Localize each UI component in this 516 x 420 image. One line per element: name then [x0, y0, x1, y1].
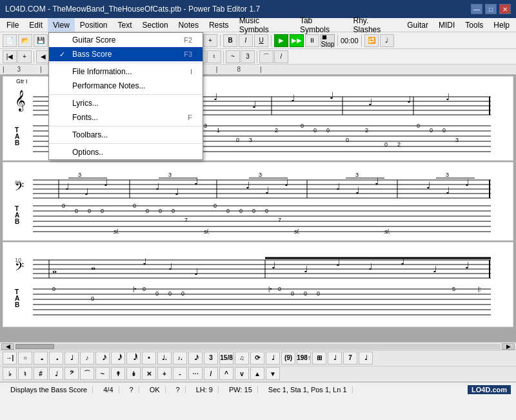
sep-4: [49, 143, 203, 144]
fonts-shortcut: F: [188, 114, 192, 121]
guitar-score-label: Guitar Score: [72, 35, 115, 45]
guitar-score-shortcut: F2: [184, 36, 192, 44]
fonts-label: Fonts...: [72, 113, 98, 122]
menu-options[interactable]: Options..: [49, 145, 203, 159]
menu-toolbars[interactable]: Toolbars...: [49, 128, 203, 142]
menu-fonts[interactable]: Fonts... F: [49, 110, 203, 125]
toolbars-label: Toolbars...: [72, 130, 108, 139]
view-menu-dropdown: Guitar Score F2 ✓ Bass Score F3 File Inf…: [48, 32, 203, 160]
menu-file-information[interactable]: File Information... I: [49, 65, 203, 79]
menu-performance-notes[interactable]: Performance Notes...: [49, 79, 203, 93]
menu-bass-score[interactable]: ✓ Bass Score F3: [49, 47, 203, 61]
sep-3: [49, 126, 203, 126]
file-info-label: File Information...: [72, 67, 132, 76]
menu-lyrics[interactable]: Lyrics...: [49, 96, 203, 110]
file-info-shortcut: I: [190, 68, 192, 75]
bass-score-label: Bass Score: [72, 50, 112, 59]
bass-score-shortcut: F3: [184, 50, 192, 58]
sep-2: [49, 94, 203, 95]
lyrics-label: Lyrics...: [72, 99, 99, 108]
menu-guitar-score[interactable]: Guitar Score F2: [49, 33, 203, 47]
perf-notes-label: Performance Notes...: [72, 81, 145, 90]
bass-score-check: ✓: [59, 50, 72, 59]
options-label: Options..: [72, 148, 103, 157]
sep-1: [49, 63, 203, 63]
